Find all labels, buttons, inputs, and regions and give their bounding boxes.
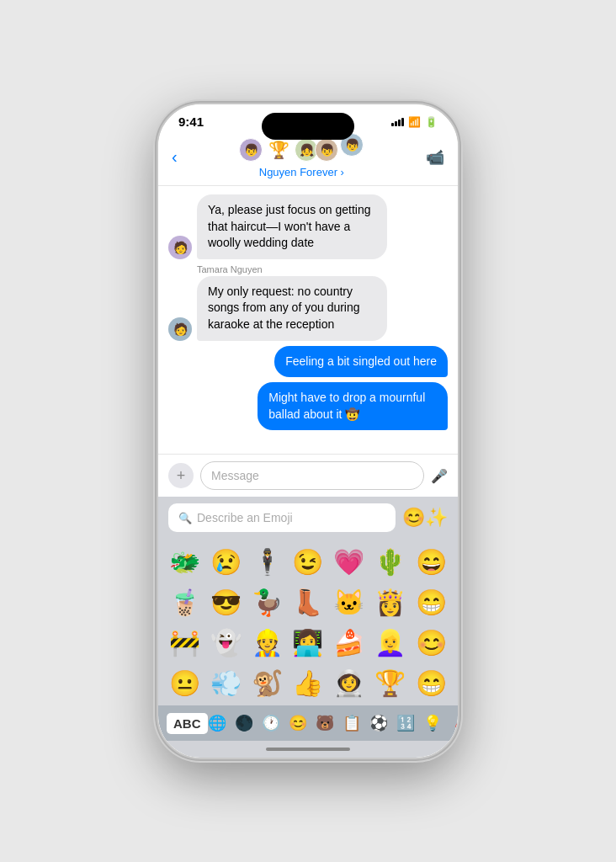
emoji-item[interactable]: 👩‍💻 — [289, 623, 328, 662]
emoji-icon[interactable]: 😊 — [289, 714, 307, 732]
triangle-icon[interactable]: 🔺 — [450, 714, 459, 732]
abc-key[interactable]: ABC — [167, 713, 208, 734]
message-bubble: Feeling a bit singled out here — [274, 346, 448, 378]
wifi-icon: 📶 — [408, 116, 421, 128]
animal-icon[interactable]: 🐻 — [316, 714, 334, 732]
emoji-item[interactable]: 👢 — [289, 583, 328, 621]
lightbulb-icon[interactable]: 💡 — [423, 714, 442, 732]
signal-bar-2 — [395, 121, 397, 126]
emoji-item[interactable]: 🐱 — [329, 583, 369, 621]
signal-bar-4 — [401, 118, 404, 126]
emoji-item[interactable]: 🐒 — [247, 663, 287, 702]
moon-icon[interactable]: 🌑 — [235, 714, 253, 732]
video-call-button[interactable]: 📹 — [426, 148, 444, 167]
emoji-search-bar: 🔍 Describe an Emoji 😊✨ — [158, 497, 458, 539]
emoji-item[interactable]: 👸 — [370, 583, 410, 621]
message-row: Feeling a bit singled out here — [168, 346, 448, 378]
search-icon: 🔍 — [178, 512, 192, 524]
battery-icon: 🔋 — [425, 116, 438, 128]
emoji-item[interactable]: 😉 — [289, 542, 328, 581]
emoji-item[interactable]: 💗 — [329, 542, 369, 581]
status-icons: 📶 🔋 — [391, 116, 438, 128]
home-indicator — [158, 741, 458, 758]
nav-header: ‹ 👦 🏆 👧 👦 👦 Nguyen Forever › 📹 — [158, 132, 458, 186]
group-avatars: 👦 🏆 👧 👦 👦 — [239, 136, 364, 164]
plus-button[interactable]: + — [168, 463, 194, 488]
dynamic-island — [262, 113, 354, 140]
emoji-item[interactable]: 👩‍🚀 — [329, 663, 369, 702]
emoji-item[interactable]: 😄 — [412, 542, 451, 581]
message-placeholder: Message — [211, 469, 259, 482]
clipboard-icon[interactable]: 📋 — [343, 714, 361, 732]
avatar: 🧑 — [168, 236, 192, 259]
emoji-item[interactable]: 🕴️ — [247, 542, 287, 581]
message-row: 🧑 Ya, please just focus on getting that … — [168, 194, 448, 259]
emoji-item[interactable]: 😢 — [206, 542, 246, 581]
message-row: Might have to drop a mournful ballad abo… — [168, 382, 448, 430]
avatar-3: 👦 — [315, 138, 338, 162]
search-placeholder: Describe an Emoji — [197, 511, 293, 524]
message-bubble: My only request: no country songs from a… — [197, 276, 387, 341]
signal-bar-3 — [398, 120, 401, 126]
emoji-item[interactable]: 😎 — [206, 583, 246, 621]
clock-icon[interactable]: 🕐 — [262, 714, 280, 732]
home-bar — [266, 748, 350, 751]
group-name[interactable]: Nguyen Forever › — [259, 166, 344, 178]
avatar: 🧑 — [168, 317, 192, 341]
emoji-item[interactable]: 👻 — [206, 623, 246, 662]
keyboard-icon-row: 🌐 🌑 🕐 😊 🐻 📋 ⚽ 🔢 💡 🔺 🏁 — [208, 714, 459, 732]
emoji-item[interactable]: 👍 — [289, 663, 328, 702]
globe-icon[interactable]: 🌐 — [208, 714, 226, 732]
emoji-item[interactable]: 🏆 — [370, 663, 410, 702]
keyboard-bottom-bar: ABC 🌐 🌑 🕐 😊 🐻 📋 ⚽ 🔢 💡 🔺 🏁 ⌫ — [158, 705, 458, 741]
emoji-item[interactable]: 👷 — [247, 623, 287, 662]
signal-bars-icon — [391, 118, 404, 126]
emoji-search-input[interactable]: 🔍 Describe an Emoji — [168, 503, 396, 532]
emoji-item[interactable]: 🐲 — [165, 542, 204, 581]
emoji-item[interactable]: 😁 — [412, 663, 451, 702]
message-bubble: Might have to drop a mournful ballad abo… — [258, 382, 448, 430]
emoji-item[interactable]: 🦆 — [247, 583, 287, 621]
message-bubble: Ya, please just focus on getting that ha… — [197, 194, 387, 259]
emoji-item[interactable]: 🧋 — [165, 583, 204, 621]
back-button[interactable]: ‹ — [172, 147, 178, 167]
avatar-1: 👦 — [239, 138, 263, 162]
emoji-grid: 🐲 😢 🕴️ 😉 💗 🌵 😄 🧋 😎 🦆 👢 🐱 👸 😁 🚧 👻 👷 👩‍💻 🍰… — [158, 539, 458, 705]
phone-frame: 9:41 📶 🔋 ‹ 👦 🏆 👧 👦 — [157, 103, 459, 759]
sports-icon[interactable]: ⚽ — [369, 714, 388, 732]
signal-bar-1 — [391, 123, 394, 126]
emoji-item[interactable]: 😁 — [412, 583, 451, 621]
sender-name: Tamara Nguyen — [197, 264, 448, 274]
emoji-item[interactable]: 🍰 — [329, 623, 369, 662]
message-input[interactable]: Message — [200, 461, 424, 490]
status-time: 9:41 — [178, 114, 204, 129]
emoji-item[interactable]: 💨 — [206, 663, 246, 702]
message-group: Tamara Nguyen 🧑 My only request: no coun… — [168, 264, 448, 341]
emoji-item[interactable]: 😊 — [412, 623, 451, 662]
message-input-bar: + Message 🎤 — [158, 454, 458, 497]
message-row: 🧑 My only request: no country songs from… — [168, 276, 448, 341]
emoji-item[interactable]: 🌵 — [370, 542, 410, 581]
mic-button[interactable]: 🎤 — [431, 468, 448, 484]
nav-center[interactable]: 👦 🏆 👧 👦 👦 Nguyen Forever › — [239, 136, 364, 178]
emoji-item[interactable]: 😐 — [165, 663, 204, 702]
emoji-suggest-button[interactable]: 😊✨ — [402, 507, 448, 529]
messages-area: 🧑 Ya, please just focus on getting that … — [158, 186, 458, 454]
emoji-item[interactable]: 🚧 — [165, 623, 204, 662]
emoji-item[interactable]: 👱‍♀️ — [370, 623, 410, 662]
grid-icon[interactable]: 🔢 — [396, 714, 415, 732]
phone-screen: 9:41 📶 🔋 ‹ 👦 🏆 👧 👦 — [158, 104, 458, 758]
trophy-avatar: 🏆 — [264, 136, 293, 164]
